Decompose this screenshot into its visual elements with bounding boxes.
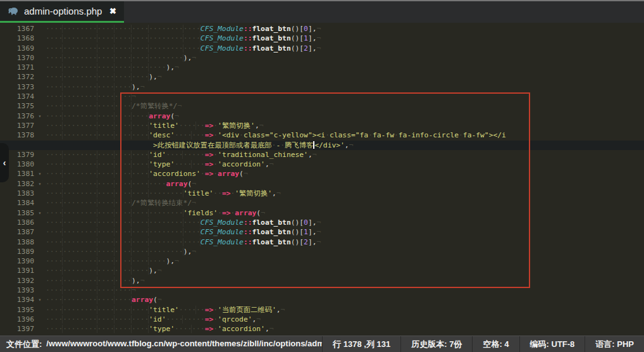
fold-arrow-icon[interactable]: ▾ [34, 111, 46, 121]
code-row[interactable]: 1386····································… [0, 218, 644, 227]
code-row[interactable]: 1376▾························array(¬ [0, 111, 644, 121]
code-text: ····················/*简繁转换*/¬ [46, 101, 182, 111]
code-text: ························'title'······=>·… [46, 305, 285, 315]
code-row[interactable]: 1397························'type'······… [0, 324, 644, 334]
fold-spacer [34, 305, 46, 315]
code-row[interactable]: 1383································'tit… [0, 189, 644, 198]
editor-tab-bar: admin-options.php ✖ [0, 1, 644, 23]
file-location: 文件位置: /www/wwwroot/www.tfblog.cn/wp-cont… [0, 339, 322, 350]
line-number: 1390 [0, 256, 34, 266]
status-item-cursor-position[interactable]: 行 1378 ,列 131 [322, 336, 400, 352]
code-row[interactable]: 1387····································… [0, 227, 644, 237]
code-row[interactable]: 1378························'desc'······… [0, 130, 644, 140]
code-row[interactable]: 1393····················¬ [0, 286, 644, 295]
code-editor[interactable]: 1367····································… [0, 23, 644, 336]
code-text: ························'id'·········=>·… [46, 315, 261, 324]
sidebar-collapse-handle[interactable]: ‹ [0, 143, 9, 182]
code-text: ································),¬ [46, 247, 196, 256]
code-text: ························array(¬ [46, 111, 179, 121]
fold-arrow-icon[interactable]: ▾ [34, 169, 46, 179]
fold-spacer [34, 121, 46, 130]
code-text: ························'type'·······=>·… [46, 160, 274, 169]
code-row[interactable]: 1372························),¬ [0, 72, 644, 82]
line-number: 1373 [0, 82, 34, 92]
code-row[interactable]: 1384····················/*简繁转换结束*/¬ [0, 198, 644, 208]
code-row[interactable]: 1389································),¬ [0, 247, 644, 256]
code-row[interactable]: 1381▾························'accordions… [0, 169, 644, 179]
code-row[interactable]: 1375····················/*简繁转换*/¬ [0, 101, 644, 111]
line-number: 1372 [0, 72, 34, 82]
fold-spacer [34, 237, 46, 247]
fold-spacer [34, 160, 46, 169]
fold-spacer [34, 53, 46, 63]
status-item-language[interactable]: 语言: PHP [585, 336, 644, 352]
fold-spacer [34, 247, 46, 256]
fold-arrow-icon[interactable]: ▾ [34, 295, 46, 305]
fold-spacer [34, 72, 46, 82]
line-number: 1377 [0, 121, 34, 130]
line-number: 1375 [0, 101, 34, 111]
close-icon[interactable]: ✖ [109, 7, 116, 15]
code-row[interactable]: 1390····························),¬ [0, 256, 644, 266]
line-number: 1387 [0, 227, 34, 237]
code-row[interactable]: 1396························'id'········… [0, 315, 644, 324]
code-text: ································'title'·… [46, 189, 281, 198]
code-text: ····························),¬ [46, 63, 179, 72]
status-item-encoding[interactable]: 编码: UTF-8 [519, 336, 585, 352]
code-text: ························'type'·······=>·… [46, 324, 274, 334]
line-number: 1395 [0, 305, 34, 315]
fold-arrow-icon[interactable]: ▾ [34, 179, 46, 189]
code-row[interactable]: 1395························'title'·····… [0, 305, 644, 315]
line-number: 1392 [0, 276, 34, 286]
fold-spacer [34, 276, 46, 286]
code-row[interactable]: 1374····················¬ [0, 92, 644, 101]
code-row[interactable]: 1367····································… [0, 24, 644, 34]
code-text: ····················array(¬ [46, 295, 162, 305]
code-row[interactable]: 1385▾································'fi… [0, 208, 644, 218]
code-row[interactable]: 1371····························),¬ [0, 63, 644, 72]
code-row[interactable]: 1370································),¬ [0, 53, 644, 63]
status-item-history-versions[interactable]: 历史版本: 7份 [400, 336, 472, 352]
code-row[interactable]: >此按钮建议放置在最顶部或者最底部·-·腾飞博客</div>',¬ [0, 141, 644, 150]
code-row[interactable]: 1377························'title'·····… [0, 121, 644, 130]
fold-spacer [34, 189, 46, 198]
fold-spacer [34, 141, 46, 150]
line-number: 1397 [0, 324, 34, 334]
line-number: 1391 [0, 266, 34, 275]
code-row[interactable]: 1368····································… [0, 34, 644, 43]
code-text: ························),¬ [46, 72, 162, 82]
php-elephant-icon [8, 7, 18, 15]
tab-admin-options-php[interactable]: admin-options.php ✖ [0, 1, 124, 23]
code-row[interactable]: 1380························'type'······… [0, 160, 644, 169]
code-text: ····························array(¬ [46, 179, 196, 189]
code-row[interactable]: 1379························'id'········… [0, 150, 644, 160]
code-text: >此按钮建议放置在最顶部或者最底部·-·腾飞博客</div>',¬ [46, 141, 353, 150]
line-number: 1384 [0, 198, 34, 208]
status-items: 行 1378 ,列 131历史版本: 7份空格: 4编码: UTF-8语言: P… [322, 336, 644, 352]
code-lines: 1367····································… [0, 24, 644, 334]
line-number: 1367 [0, 24, 34, 34]
code-text: ····································CFS_… [46, 24, 321, 34]
code-row[interactable]: 1369····································… [0, 44, 644, 53]
code-text: ································),¬ [46, 53, 196, 63]
code-text: ························'accordions'·=>·… [46, 169, 248, 179]
fold-spacer [34, 266, 46, 275]
status-item-spaces[interactable]: 空格: 4 [472, 336, 519, 352]
line-number: 1368 [0, 34, 34, 43]
code-row[interactable]: 1394▾····················array(¬ [0, 295, 644, 305]
code-row[interactable]: 1382▾····························array(¬ [0, 179, 644, 189]
tab-title: admin-options.php [24, 6, 102, 16]
code-text: ····························),¬ [46, 256, 179, 266]
code-text: ····································CFS_… [46, 237, 321, 247]
line-number: 1388 [0, 237, 34, 247]
code-row[interactable]: 1392····················),¬ [0, 276, 644, 286]
fold-spacer [34, 227, 46, 237]
code-row[interactable]: 1391························),¬ [0, 266, 644, 275]
line-number: 1393 [0, 286, 34, 295]
code-row[interactable]: 1388····································… [0, 237, 644, 247]
fold-arrow-icon[interactable]: ▾ [34, 208, 46, 218]
fold-spacer [34, 198, 46, 208]
code-row[interactable]: 1373····················),¬ [0, 82, 644, 92]
line-number: 1396 [0, 315, 34, 324]
status-bar: 文件位置: /www/wwwroot/www.tfblog.cn/wp-cont… [0, 336, 644, 352]
